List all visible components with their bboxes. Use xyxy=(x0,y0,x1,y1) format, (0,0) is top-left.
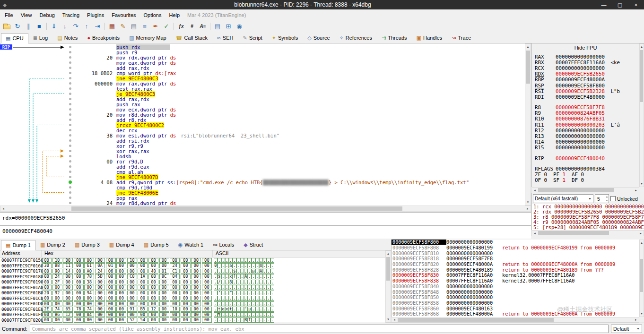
stack-row[interactable]: 0000009ECF58F8080000009ECF480199return t… xyxy=(392,245,639,251)
dump-row[interactable]: 00007FFEC9CF0190002F00003800000000000000… xyxy=(0,279,385,285)
menu-item-help[interactable]: Help xyxy=(165,11,183,19)
register-row[interactable]: RBX00007FFEC8F116A0 <ke xyxy=(535,60,638,65)
register-row[interactable]: RDX0000009ECF5B2650 xyxy=(535,71,638,77)
argument-row[interactable]: 5: [rsp+28] 0000009ECF480189 0000009ECF4… xyxy=(533,225,644,230)
minimize-button[interactable]: — xyxy=(596,0,612,9)
dump-row[interactable]: 00007FFEC9CF01F000B612000400000000000000… xyxy=(0,312,385,317)
register-row[interactable]: RFLAGS0000000000000384 xyxy=(535,166,638,171)
breakpoints-grid-icon[interactable]: ▦ xyxy=(107,21,117,31)
spinner-arrows[interactable]: ▲ ▼ xyxy=(606,195,608,202)
disasm-row[interactable]: jne 9ECF48007D xyxy=(66,174,525,180)
menu-item-options[interactable]: Options xyxy=(140,11,165,19)
scroll-left-icon[interactable]: ◄ xyxy=(392,317,397,322)
stack-row[interactable]: 0000009ECF58F8100000000000000000 xyxy=(392,250,639,256)
step-over-icon[interactable]: ↷ xyxy=(70,21,81,31)
stack-row[interactable]: 0000009ECF58F8280000009ECF480189return t… xyxy=(392,267,639,273)
open-file-icon[interactable] xyxy=(1,21,12,31)
stack-row[interactable]: 0000009ECF58F83000007FFEC8F116A0kernel32… xyxy=(392,273,639,278)
scroll-thumb[interactable] xyxy=(526,51,530,84)
scroll-left-icon[interactable]: ◄ xyxy=(532,188,538,193)
tab-dump-1[interactable]: ▦Dump 1 xyxy=(1,240,35,250)
restart-icon[interactable]: ↻ xyxy=(12,21,23,31)
scroll-down-icon[interactable]: ▼ xyxy=(640,181,644,187)
register-row[interactable]: R80000009ECF58F7F8 xyxy=(535,105,638,111)
stack-row[interactable]: 0000009ECF58F8400000000000000000 xyxy=(392,284,639,290)
comment-icon[interactable]: ▤ xyxy=(129,21,139,31)
tab-dump-5[interactable]: ▦Dump 5 xyxy=(139,240,174,250)
execute-till-return-icon[interactable]: ↑ xyxy=(81,21,92,31)
disasm-row[interactable]: add r8,rdx xyxy=(66,117,525,122)
dump-row[interactable]: 00007FFEC9CF01D0000000000000000000000000… xyxy=(0,301,385,307)
disasm-row[interactable]: test rax,rax xyxy=(66,86,525,91)
dump-row[interactable]: 00007FFEC9CF01A0000000000000000000000000… xyxy=(0,285,385,291)
scroll-right-icon[interactable]: ► xyxy=(638,231,644,236)
scroll-thumb[interactable] xyxy=(538,188,614,192)
register-row[interactable]: RAX0000000000000000 xyxy=(535,54,638,60)
register-row[interactable]: RDI0000009ECF480000 xyxy=(535,94,638,100)
scroll-down-icon[interactable]: ▼ xyxy=(525,199,531,205)
disasm-row[interactable]: je 9ECF4800C3 xyxy=(66,91,525,96)
stack-horizontal-scrollbar[interactable]: ◄► xyxy=(391,317,639,323)
disasm-vertical-scrollbar[interactable]: ▲▼ xyxy=(525,43,531,206)
tab-memory-map[interactable]: ▥Memory Map xyxy=(124,33,171,43)
disasm-row[interactable]: push rax xyxy=(66,102,525,107)
tab-handles[interactable]: ▣Handles xyxy=(412,33,447,43)
register-row[interactable]: R140000000000000000 xyxy=(535,139,638,145)
disasm-row[interactable]: 4 08add r9,qword ptr ss:[rsp+8]:"cmd.exe… xyxy=(66,180,525,185)
stack-row[interactable]: 0000009ECF58F83800007FFEC8F116A0kernel32… xyxy=(392,278,639,284)
run-icon[interactable]: ⇓ xyxy=(49,21,59,31)
register-vertical-scrollbar[interactable]: ▲▼ xyxy=(639,43,644,187)
spin-up-icon[interactable]: ▲ xyxy=(606,195,608,198)
dump-row[interactable]: 00007FFEC9CF0200000000000000000052540000… xyxy=(0,317,385,323)
register-row[interactable]: R900000000824ABF05 xyxy=(535,111,638,116)
stack-trace-icon[interactable]: ≡ xyxy=(139,21,150,31)
scroll-down-icon[interactable]: ▼ xyxy=(386,317,391,322)
dump-row[interactable]: 00007FFEC9CF017000901400A024060000004001… xyxy=(0,268,385,274)
tab-cpu[interactable]: ▦CPU xyxy=(1,33,28,43)
tab-symbols[interactable]: ✦Symbols xyxy=(267,33,303,43)
scroll-up-icon[interactable]: ▲ xyxy=(640,44,644,50)
disasm-row[interactable]: 20mov rdx,qword ptr ds xyxy=(66,55,525,60)
tab-struct[interactable]: ◆Struct xyxy=(239,240,268,250)
memory-icon[interactable]: ▤ xyxy=(212,21,223,31)
args-count-spinner[interactable]: 5 ▲ ▼ xyxy=(595,194,609,203)
disasm-row[interactable]: mov ecx,dword ptr ds xyxy=(66,107,525,112)
stack-row[interactable]: 0000009ECF58F8200000009ECF48000Areturn t… xyxy=(392,262,639,267)
dump-row[interactable]: 00007FFEC9CF016030B81100610A010000000000… xyxy=(0,263,385,269)
disasm-row[interactable]: add rax,rdx xyxy=(66,65,525,70)
strings-icon[interactable]: A≡ xyxy=(198,21,208,31)
scroll-up-icon[interactable]: ▲ xyxy=(386,251,391,257)
register-row[interactable]: R110000000000000203 L'â xyxy=(535,122,638,128)
disasm-row[interactable]: 20mov r8d,dword ptr ds xyxy=(66,112,525,117)
tab-log[interactable]: ≣Log xyxy=(28,33,53,43)
tab-notes[interactable]: ▤Notes xyxy=(52,33,82,43)
register-row[interactable]: RIP0000009ECF480040 xyxy=(535,155,638,161)
register-row[interactable]: R1000000000876F8B31 xyxy=(535,116,638,122)
fx-icon[interactable]: ƒx xyxy=(176,21,186,31)
scroll-thumb[interactable] xyxy=(538,231,609,235)
unlocked-checkbox[interactable] xyxy=(610,196,616,201)
disasm-row[interactable]: dec rcx xyxy=(66,128,525,133)
dump-pane[interactable]: Address Hex ASCII 00007FFEC9CF0150001000… xyxy=(0,250,385,323)
scroll-right-icon[interactable]: ► xyxy=(633,188,639,193)
tab-seh[interactable]: ∞SEH xyxy=(212,33,238,43)
disasm-horizontal-scrollbar[interactable]: ◄► xyxy=(0,206,531,212)
tab-locals[interactable]: x=Locals xyxy=(208,240,239,250)
tab-breakpoints[interactable]: ●Breakpoints xyxy=(82,33,124,43)
disasm-row[interactable]: xor r9,r9 xyxy=(66,143,525,148)
register-row[interactable]: RSI0000009ECF5B2328 L"b xyxy=(535,88,638,94)
run-to-user-code-icon[interactable]: ⇥ xyxy=(92,21,103,31)
dump-row[interactable]: 00007FFEC9CF018000240000785D0000C01A008C… xyxy=(0,274,385,280)
tab-watch-1[interactable]: ◉Watch 1 xyxy=(174,240,209,250)
patch-icon[interactable]: ✎ xyxy=(118,21,128,31)
menu-item-favourites[interactable]: Favourites xyxy=(108,11,139,19)
menu-item-debug[interactable]: Debug xyxy=(35,11,58,19)
highlight-pen-icon[interactable]: ✒ xyxy=(150,21,161,31)
disasm-row[interactable]: 0Dror r9d,D xyxy=(66,159,525,164)
spin-down-icon[interactable]: ▼ xyxy=(606,198,608,202)
tab-source[interactable]: ◇Source xyxy=(303,33,334,43)
scroll-thumb[interactable] xyxy=(398,318,554,322)
scroll-thumb[interactable] xyxy=(386,257,390,281)
scroll-left-icon[interactable]: ◄ xyxy=(0,206,6,211)
disasm-row[interactable]: jrcxz 9ECF4800C2 xyxy=(66,122,525,128)
